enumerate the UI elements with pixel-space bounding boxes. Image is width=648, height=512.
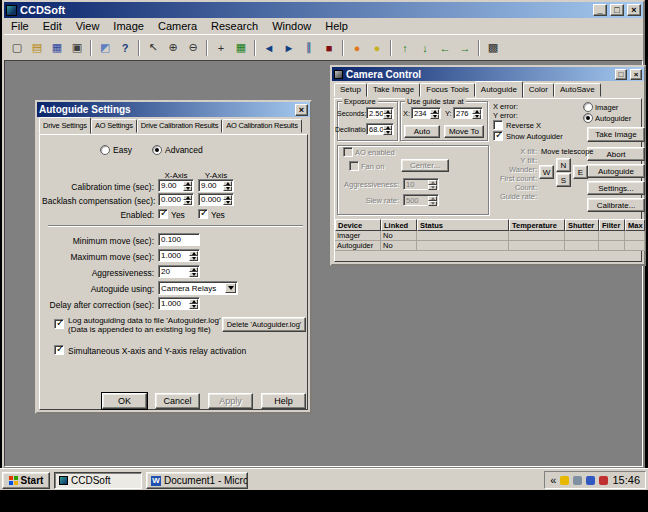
tab-drive-calibration-results[interactable]: Drive Calibration Results: [137, 119, 223, 133]
guide-x-spinner[interactable]: 234: [411, 107, 441, 119]
spinner-arrows[interactable]: [183, 195, 192, 204]
cancel-button[interactable]: Cancel: [155, 393, 200, 409]
move-west-button[interactable]: W: [539, 165, 554, 179]
spinner-arrows[interactable]: [223, 195, 232, 204]
minimize-icon[interactable]: _: [593, 4, 607, 16]
guide-y-spinner[interactable]: 276: [453, 107, 483, 119]
help-icon[interactable]: ?: [115, 39, 135, 57]
spinner-arrows[interactable]: [383, 125, 392, 133]
move-up-icon[interactable]: ↑: [395, 39, 415, 57]
tray-chevron-icon[interactable]: «: [550, 474, 556, 486]
autoguider-radio[interactable]: [583, 113, 593, 123]
open-icon[interactable]: ▤: [27, 39, 47, 57]
abort-button[interactable]: Abort: [587, 147, 645, 161]
tab-setup[interactable]: Setup: [334, 83, 367, 97]
move-to-button[interactable]: Move To: [444, 125, 484, 138]
main-titlebar[interactable]: CCDSoft _ □ ×: [4, 2, 643, 18]
crosshair-box-icon[interactable]: ▩: [483, 39, 503, 57]
target-icon[interactable]: ●: [367, 39, 387, 57]
move-left-icon[interactable]: ←: [435, 39, 455, 57]
autoguide-settings-titlebar[interactable]: Autoguide Settings ×: [37, 102, 310, 117]
tab-drive-settings[interactable]: Drive Settings: [39, 117, 91, 134]
imager-radio[interactable]: [583, 102, 593, 112]
menu-view[interactable]: View: [69, 19, 107, 33]
menu-file[interactable]: File: [4, 19, 36, 33]
close-icon[interactable]: ×: [627, 4, 641, 16]
ok-button[interactable]: OK: [102, 393, 147, 409]
spinner-arrows[interactable]: [383, 109, 392, 117]
easy-radio[interactable]: [100, 145, 110, 155]
backlash-x-spinner[interactable]: 0.000: [158, 193, 194, 206]
advanced-radio[interactable]: [152, 145, 162, 155]
menu-window[interactable]: Window: [265, 19, 318, 33]
step-back-icon[interactable]: ◄: [259, 39, 279, 57]
column-header-device[interactable]: Device: [335, 219, 381, 231]
slew-rate-spinner[interactable]: 500: [403, 194, 439, 206]
print-icon[interactable]: ▣: [67, 39, 87, 57]
camera-control-titlebar[interactable]: Camera Control □ ×: [332, 67, 644, 81]
delay-spinner[interactable]: 1.000: [158, 297, 200, 310]
guide-star-icon[interactable]: ●: [347, 39, 367, 57]
menu-research[interactable]: Research: [204, 19, 265, 33]
tab-take-image[interactable]: Take Image: [367, 83, 420, 97]
pointer-icon[interactable]: ↖: [143, 39, 163, 57]
menu-edit[interactable]: Edit: [36, 19, 69, 33]
spinner-arrows[interactable]: [428, 196, 437, 204]
backlash-y-spinner[interactable]: 0.000: [198, 193, 234, 206]
move-down-icon[interactable]: ↓: [415, 39, 435, 57]
exposure-seconds-spinner[interactable]: 2.500: [366, 107, 394, 119]
column-header-filter[interactable]: Filter: [599, 219, 625, 231]
table-row[interactable]: Autoguider No: [335, 241, 645, 251]
autoguide-using-dropdown[interactable]: Camera Relays: [158, 281, 238, 295]
spinner-arrows[interactable]: [223, 181, 232, 190]
menu-camera[interactable]: Camera: [151, 19, 204, 33]
grid-icon[interactable]: ▦: [231, 39, 251, 57]
help-button[interactable]: Help: [261, 393, 306, 409]
settings-button[interactable]: Settings...: [587, 181, 645, 195]
show-autoguider-checkbox[interactable]: [493, 131, 503, 141]
taskbar-item-ccdsoft[interactable]: CCDSoft: [54, 472, 142, 489]
calibrate-button[interactable]: Calibrate...: [587, 198, 645, 212]
center-button[interactable]: Center...: [401, 159, 449, 172]
simultaneous-checkbox[interactable]: [54, 345, 64, 355]
chevron-down-icon[interactable]: [225, 283, 236, 293]
new-document-icon[interactable]: ▢: [7, 39, 27, 57]
stop-icon[interactable]: ■: [319, 39, 339, 57]
move-north-button[interactable]: N: [556, 158, 571, 172]
calibration-time-x-spinner[interactable]: 9.00: [158, 179, 194, 192]
spinner-arrows[interactable]: [428, 180, 437, 188]
tray-icon-2[interactable]: [586, 476, 595, 485]
spinner-arrows[interactable]: [430, 109, 439, 117]
table-row[interactable]: Imager No: [335, 231, 645, 241]
maximize-icon[interactable]: □: [610, 4, 624, 16]
tab-color[interactable]: Color: [523, 83, 554, 97]
enabled-y-checkbox[interactable]: [198, 209, 208, 219]
column-header-temperature[interactable]: Temperature: [509, 219, 565, 231]
column-header-max[interactable]: Max: [625, 219, 645, 231]
maximize-icon[interactable]: □: [615, 69, 627, 80]
take-image-button[interactable]: Take Image: [587, 127, 645, 142]
min-move-input[interactable]: 0.100: [158, 233, 200, 246]
enabled-x-checkbox[interactable]: [158, 209, 168, 219]
tab-focus-tools[interactable]: Focus Tools: [420, 83, 475, 97]
menu-help[interactable]: Help: [318, 19, 355, 33]
taskbar-item-document1[interactable]: W Document1 - Microsoft ...: [146, 472, 248, 489]
move-south-button[interactable]: S: [556, 173, 571, 187]
zoom-in-icon[interactable]: ⊕: [163, 39, 183, 57]
spinner-arrows[interactable]: [472, 109, 481, 117]
tab-autoguide[interactable]: Autoguide: [475, 81, 523, 98]
image-icon[interactable]: ◩: [95, 39, 115, 57]
tray-icon-1[interactable]: [560, 476, 569, 485]
close-icon[interactable]: ×: [295, 104, 308, 116]
move-east-button[interactable]: E: [573, 165, 588, 179]
spinner-arrows[interactable]: [189, 299, 198, 308]
fan-on-checkbox[interactable]: [349, 161, 359, 171]
autoguide-button[interactable]: Autoguide: [587, 164, 645, 178]
apply-button[interactable]: Apply: [208, 393, 253, 409]
tab-ao-settings[interactable]: AO Settings: [91, 119, 137, 133]
max-move-spinner[interactable]: 1.000: [158, 249, 200, 262]
menu-image[interactable]: Image: [106, 19, 151, 33]
declination-spinner[interactable]: 68.00: [366, 123, 394, 135]
volume-icon[interactable]: [573, 476, 582, 485]
log-data-checkbox[interactable]: [54, 319, 64, 329]
